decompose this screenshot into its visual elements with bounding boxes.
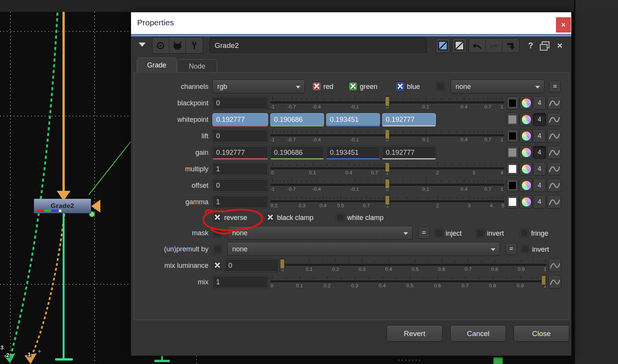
blackpoint-colorwheel-button[interactable] [520, 97, 532, 110]
restore-window-icon[interactable] [542, 41, 549, 48]
fringe-checkbox[interactable] [520, 229, 528, 237]
reverse-checkbox[interactable] [213, 213, 221, 221]
grade2-node[interactable]: Grade2 [34, 199, 91, 213]
whitepoint-color-swatch[interactable] [506, 113, 519, 126]
whitepoint-input-a[interactable] [382, 113, 436, 126]
panel-close-icon[interactable]: × [554, 40, 566, 51]
undo-button[interactable] [469, 39, 486, 52]
blackpoint-color-swatch[interactable] [506, 97, 519, 110]
float-panel-button[interactable] [436, 39, 450, 53]
channel-green-checkbox[interactable] [349, 82, 357, 90]
gain-input-a[interactable] [382, 146, 436, 159]
gain-input-g[interactable] [270, 146, 324, 159]
channels-dropdown[interactable]: rgb [212, 80, 305, 93]
multiply-curve-button[interactable] [547, 162, 561, 175]
gamma-input[interactable] [212, 195, 268, 208]
blackpoint-input[interactable] [212, 97, 268, 110]
pin-panel-button[interactable] [452, 39, 467, 53]
whitepoint-colorwheel-button[interactable] [520, 113, 532, 126]
mask-equals-button[interactable]: = [418, 227, 430, 239]
premult-checkbox[interactable] [213, 245, 221, 253]
close-button[interactable]: Close [513, 325, 569, 342]
redo-button[interactable] [486, 39, 503, 52]
window-close-button[interactable]: × [556, 17, 571, 33]
node-name-input[interactable] [210, 38, 426, 53]
mask-invert-checkbox[interactable] [476, 229, 484, 237]
premult-invert-checkbox[interactable] [521, 245, 529, 253]
gain-input-b[interactable] [326, 146, 380, 159]
center-viewer-button[interactable] [152, 38, 169, 53]
multiply-color-swatch[interactable] [506, 162, 519, 175]
revert-knob-button[interactable] [502, 39, 519, 52]
mix-luminance-input[interactable] [225, 259, 279, 272]
offset-curve-button[interactable] [547, 179, 561, 192]
panel-titlebar[interactable]: Properties × [131, 12, 571, 34]
mix-luminance-slider[interactable]: 00.10.20.30.40.50.60.70.80.91 [281, 259, 546, 272]
tab-grade[interactable]: Grade [137, 57, 177, 73]
blackpoint-split-button[interactable]: 4 [533, 97, 546, 110]
multiply-slider[interactable]: 00.10.40.71234 [270, 162, 504, 175]
blackpoint-slider[interactable]: -1-0.7-0.4-0.100.10.40.71 [270, 97, 504, 110]
green-diagonal-wire[interactable] [89, 142, 131, 195]
channel-red-checkbox[interactable] [313, 82, 321, 90]
tab-node[interactable]: Node [177, 59, 217, 73]
slider-handle[interactable] [541, 275, 546, 285]
cancel-button[interactable]: Cancel [450, 325, 506, 342]
offset-split-button[interactable]: 4 [533, 179, 546, 192]
gamma-slider[interactable]: 0.20.30.40.50.712345 [270, 195, 504, 208]
mix-luminance-curve-button[interactable] [548, 259, 561, 272]
whitepoint-input-r[interactable] [212, 113, 268, 126]
whitepoint-split-button[interactable]: 4 [533, 113, 546, 126]
lift-slider[interactable]: -1-0.7-0.4-0.100.10.40.71 [270, 130, 504, 143]
slider-handle[interactable] [385, 179, 390, 189]
gain-curve-button[interactable] [547, 146, 561, 159]
gain-colorwheel-button[interactable] [520, 146, 532, 159]
lift-color-swatch[interactable] [506, 130, 519, 143]
black-clamp-checkbox[interactable] [266, 213, 274, 221]
slider-handle[interactable] [385, 97, 390, 106]
lift-curve-button[interactable] [547, 130, 561, 143]
offset-colorwheel-button[interactable] [520, 179, 532, 192]
offset-color-swatch[interactable] [506, 179, 519, 192]
slider-handle[interactable] [280, 259, 285, 269]
whitepoint-input-g[interactable] [270, 113, 324, 126]
mix-curve-button[interactable] [548, 275, 561, 289]
mask-dropdown[interactable]: none [227, 226, 413, 240]
orange-dashed-connection[interactable] [31, 214, 64, 356]
lift-split-button[interactable]: 4 [533, 130, 546, 143]
gain-color-swatch[interactable] [506, 146, 519, 159]
channels-extra-dropdown[interactable]: none [451, 80, 544, 93]
white-clamp-checkbox[interactable] [336, 213, 344, 221]
multiply-colorwheel-button[interactable] [520, 162, 532, 175]
settings-wrench-button[interactable] [186, 38, 203, 53]
green-dashed-connection[interactable] [11, 13, 57, 356]
whitepoint-input-b[interactable] [326, 113, 380, 126]
offset-slider[interactable]: -1-0.7-0.4-0.100.10.40.71 [270, 179, 504, 192]
premult-dropdown[interactable]: none [227, 242, 500, 256]
slider-handle[interactable] [385, 130, 390, 139]
gamma-colorwheel-button[interactable] [520, 195, 532, 208]
mix-luminance-checkbox[interactable] [213, 261, 221, 269]
multiply-split-button[interactable]: 4 [533, 162, 546, 175]
gamma-curve-button[interactable] [547, 195, 561, 208]
lift-input[interactable] [212, 130, 268, 143]
mix-slider[interactable]: 00.10.20.30.40.50.60.70.80.91 [270, 275, 546, 289]
gamma-split-button[interactable]: 4 [533, 195, 546, 208]
mix-input[interactable] [212, 275, 268, 289]
multiply-input[interactable] [212, 162, 268, 175]
gamma-color-swatch[interactable] [506, 195, 519, 208]
lift-colorwheel-button[interactable] [520, 130, 532, 143]
green-node-sliver[interactable] [493, 357, 503, 364]
channels-extra-checkbox[interactable] [436, 82, 444, 90]
help-button[interactable]: ? [525, 40, 536, 51]
channel-blue-checkbox[interactable] [396, 82, 404, 90]
slider-handle[interactable] [385, 195, 390, 205]
gain-split-button[interactable]: 4 [533, 146, 546, 159]
inject-checkbox[interactable] [435, 229, 443, 237]
mask-input-triangle[interactable] [91, 200, 100, 213]
channels-equals-button[interactable]: = [549, 81, 561, 92]
monitor-output-button[interactable] [169, 38, 186, 53]
revert-button[interactable]: Revert [387, 325, 443, 342]
premult-equals-button[interactable]: = [505, 243, 517, 255]
blackpoint-curve-button[interactable] [547, 97, 561, 110]
